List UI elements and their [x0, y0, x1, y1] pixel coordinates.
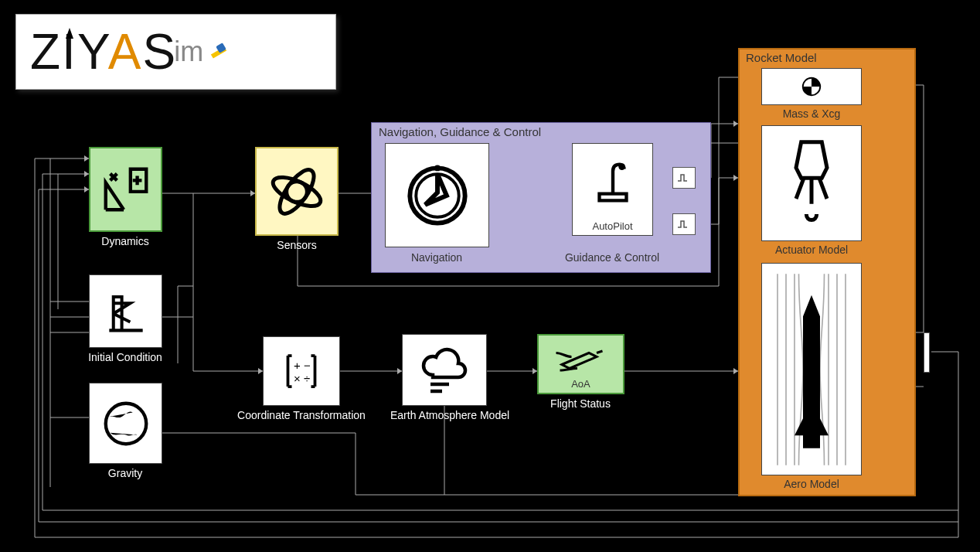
joystick-icon [586, 153, 640, 211]
block-dynamics[interactable] [89, 147, 162, 232]
block-sensors[interactable] [255, 147, 339, 236]
group-rocket-title: Rocket Model [746, 51, 817, 64]
block-initial-condition[interactable] [89, 274, 162, 348]
label-gravity: Gravity [108, 467, 142, 479]
rocket-aoa-icon [552, 341, 610, 376]
label-flight-status: Flight Status [550, 397, 611, 410]
group-nav-title: Navigation, Guidance & Control [379, 125, 541, 138]
compass-icon [400, 158, 474, 232]
block-signal-out-2[interactable] [672, 213, 696, 235]
label-atmosphere: Earth Atmosphere Model [390, 409, 499, 421]
math-tools-icon [99, 162, 153, 216]
label-mass-xcg: Mass & Xcg [783, 107, 841, 120]
svg-point-18 [434, 165, 441, 171]
cloud-wind-icon [417, 342, 472, 398]
label-coord-transform: Coordinate Transformation [237, 409, 366, 421]
svg-text:+ −: + − [294, 359, 311, 372]
square-wave-icon [676, 218, 692, 230]
label-actuator: Actuator Model [775, 244, 848, 256]
svg-point-12 [105, 403, 146, 444]
engine-nozzle-icon [781, 137, 842, 230]
cg-target-icon [800, 75, 823, 98]
matrix-ops-icon: + −× ÷ [278, 348, 325, 394]
mux-block[interactable] [924, 332, 930, 373]
block-actuator[interactable] [761, 125, 862, 241]
launchpad-icon [100, 286, 151, 336]
label-aero: Aero Model [784, 478, 839, 490]
block-gravity[interactable] [89, 383, 162, 464]
aoa-inner-label: AoA [539, 378, 623, 390]
block-mass-xcg[interactable] [761, 68, 862, 105]
label-guidance-control: Guidance & Control [565, 251, 659, 264]
block-aero[interactable] [761, 263, 862, 475]
block-signal-out-1[interactable] [672, 167, 696, 189]
label-sensors: Sensors [277, 239, 316, 251]
label-initial-condition: Initial Condition [88, 351, 162, 363]
block-atmosphere[interactable] [402, 334, 487, 406]
square-wave-icon [676, 172, 692, 184]
block-coord-transform[interactable]: + −× ÷ [263, 336, 340, 406]
block-aoa[interactable]: AoA [537, 334, 624, 394]
diagram-canvas: ZIYAS im [0, 0, 980, 552]
autopilot-inner-label: AutoPilot [573, 220, 652, 232]
block-autopilot[interactable]: AutoPilot [572, 143, 653, 236]
block-navigation[interactable] [385, 143, 489, 247]
svg-text:× ÷: × ÷ [294, 372, 310, 385]
gyroscope-icon [266, 161, 328, 223]
globe-icon [99, 397, 153, 451]
rocket-flowfield-icon [769, 273, 854, 466]
svg-point-19 [618, 163, 625, 170]
label-dynamics: Dynamics [101, 235, 148, 247]
label-navigation: Navigation [411, 251, 462, 264]
